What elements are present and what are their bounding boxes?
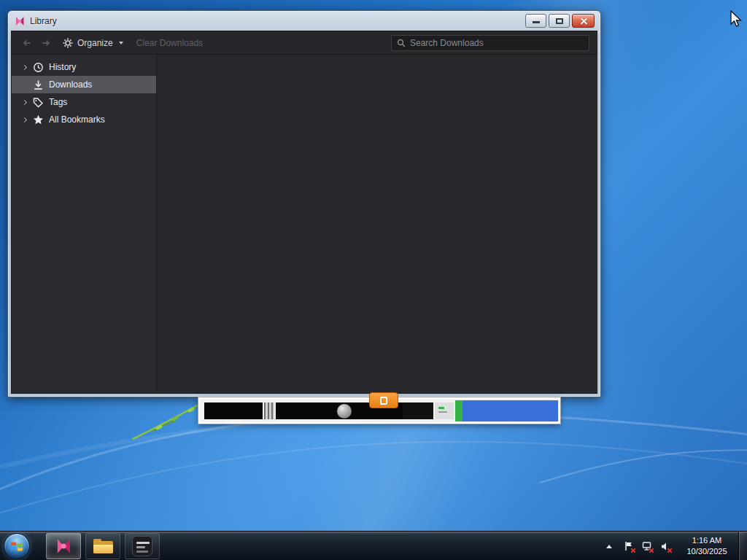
magnifier-icon bbox=[397, 39, 406, 47]
maximize-icon bbox=[556, 18, 563, 24]
taskbar-button-dark-app[interactable] bbox=[125, 533, 160, 559]
forward-button[interactable] bbox=[38, 35, 54, 51]
orange-button-glyph bbox=[380, 397, 387, 405]
clear-downloads-button[interactable]: Clear Downloads bbox=[129, 36, 210, 50]
star-icon bbox=[33, 114, 44, 125]
organize-button[interactable]: Organize bbox=[57, 36, 129, 50]
taskbar-button-library-app[interactable] bbox=[46, 533, 81, 559]
close-button[interactable] bbox=[572, 14, 595, 28]
start-button[interactable] bbox=[4, 533, 30, 559]
library-window-body: Organize Clear Downloads bbox=[11, 31, 597, 394]
mute-x-icon bbox=[667, 548, 673, 553]
volume-icon[interactable] bbox=[659, 540, 672, 553]
chevron-right-icon bbox=[21, 64, 26, 69]
pink-ribbon-app-icon bbox=[14, 15, 26, 27]
action-center-flag-icon[interactable] bbox=[622, 540, 635, 553]
error-x-icon bbox=[630, 548, 636, 553]
sidebar-item-label: History bbox=[49, 62, 76, 72]
sidebar-item-tags[interactable]: Tags bbox=[12, 93, 156, 111]
minimize-button[interactable] bbox=[525, 14, 546, 28]
background-mini-window[interactable] bbox=[198, 397, 560, 424]
mini-window-knob bbox=[337, 404, 352, 419]
sidebar-item-history[interactable]: History bbox=[12, 58, 156, 76]
window-title: Library bbox=[30, 16, 57, 26]
mini-window-black-panel bbox=[204, 402, 263, 419]
taskbar-clock[interactable]: 1:16 AM 10/30/2025 bbox=[681, 535, 732, 557]
chevron-right-icon bbox=[21, 117, 26, 122]
clock-date: 10/30/2025 bbox=[681, 546, 732, 557]
sidebar-item-downloads[interactable]: Downloads bbox=[12, 76, 156, 93]
pink-ribbon-app-icon bbox=[54, 537, 73, 556]
sidebar-item-all-bookmarks[interactable]: All Bookmarks bbox=[12, 111, 156, 128]
show-hidden-icons-button[interactable] bbox=[606, 545, 612, 548]
download-icon bbox=[33, 79, 44, 90]
forward-arrow-icon bbox=[40, 37, 52, 49]
mini-window-green-bar bbox=[455, 400, 462, 421]
windows-flag-icon bbox=[10, 540, 23, 553]
maximize-button[interactable] bbox=[549, 14, 570, 28]
clock-icon bbox=[33, 62, 44, 73]
back-button[interactable] bbox=[19, 35, 35, 51]
folder-icon bbox=[93, 538, 113, 553]
tag-icon bbox=[33, 97, 44, 108]
back-arrow-icon bbox=[21, 37, 33, 49]
taskbar: 1:16 AM 10/30/2025 bbox=[0, 531, 747, 560]
sidebar-item-label: All Bookmarks bbox=[49, 114, 105, 125]
search-input[interactable] bbox=[410, 38, 584, 48]
show-desktop-button[interactable] bbox=[738, 532, 747, 560]
chevron-right-icon bbox=[21, 99, 26, 104]
mini-window-light-panel bbox=[435, 402, 454, 419]
sidebar-item-label: Tags bbox=[49, 97, 67, 107]
organize-label: Organize bbox=[77, 38, 113, 48]
search-box[interactable] bbox=[391, 35, 589, 51]
mini-window-blue-panel bbox=[462, 400, 558, 421]
chevron-down-icon bbox=[119, 42, 123, 44]
sidebar-item-label: Downloads bbox=[49, 79, 92, 90]
dark-window-icon bbox=[132, 536, 152, 556]
network-status-icon[interactable] bbox=[640, 540, 654, 553]
library-sidebar: History Downloads bbox=[12, 55, 157, 393]
window-titlebar[interactable]: Library bbox=[8, 11, 600, 31]
error-x-icon bbox=[649, 548, 654, 553]
clock-time: 1:16 AM bbox=[681, 535, 732, 546]
mini-window-orange-button[interactable] bbox=[369, 392, 398, 408]
minimize-icon bbox=[533, 21, 540, 23]
library-toolbar: Organize Clear Downloads bbox=[12, 31, 597, 55]
system-tray: 1:16 AM 10/30/2025 bbox=[606, 532, 747, 560]
downloads-list-empty bbox=[157, 55, 597, 393]
gear-icon bbox=[63, 38, 73, 48]
taskbar-button-explorer[interactable] bbox=[85, 533, 120, 559]
mini-window-black-panel bbox=[403, 402, 433, 419]
mini-window-striped-segment bbox=[264, 402, 274, 419]
library-window: Library bbox=[7, 10, 601, 397]
